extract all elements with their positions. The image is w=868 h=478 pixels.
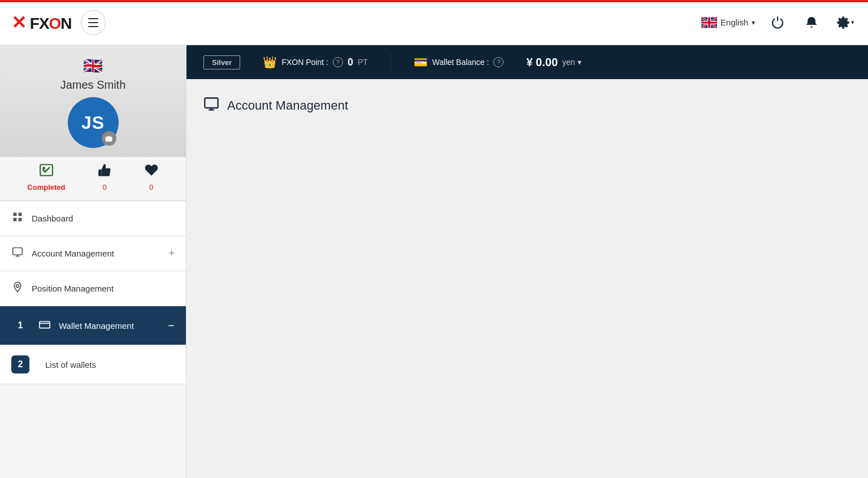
top-navbar: ✕ FXON English ▾	[0, 0, 868, 45]
dashboard-icon	[11, 211, 24, 225]
info-bar-divider-1	[390, 54, 391, 71]
wallet-balance-label: Wallet Balance :	[432, 58, 489, 67]
user-name: James Smith	[60, 79, 126, 92]
account-management-label: Account Management	[32, 249, 160, 258]
stat-favorites: 0	[144, 163, 159, 192]
logo: ✕ FXON	[11, 12, 72, 33]
wallet-balance-item: 💳 Wallet Balance : ?	[414, 55, 504, 69]
user-profile-area: 🇬🇧 James Smith JS	[0, 45, 186, 157]
wallet-icon: 💳	[414, 55, 428, 69]
settings-button[interactable]: ▾	[834, 11, 857, 34]
wallet-management-badge: 1	[11, 316, 29, 334]
uk-flag-icon	[701, 17, 717, 28]
stats-row: Completed 0 0	[0, 157, 186, 201]
avatar-container: JS	[68, 97, 119, 148]
svg-rect-10	[40, 321, 50, 328]
sidebar-item-list-of-wallets[interactable]: 2 List of wallets	[0, 345, 186, 384]
sidebar-item-account-management[interactable]: Account Management +	[0, 236, 186, 271]
balance-amount: ¥ 0.00	[526, 56, 558, 69]
power-button[interactable]	[766, 11, 789, 34]
svg-point-9	[16, 285, 19, 288]
svg-rect-7	[19, 218, 22, 221]
balance-currency: yen	[562, 58, 575, 67]
fxon-point-label: FXON Point :	[281, 58, 328, 67]
sidebar-item-dashboard[interactable]: Dashboard	[0, 201, 186, 236]
thumbs-up-icon	[97, 163, 112, 181]
tier-badge: Silver	[203, 55, 240, 69]
heart-icon	[144, 163, 159, 181]
language-label: English	[721, 18, 748, 27]
points-icon: 👑	[263, 55, 277, 69]
dashboard-label: Dashboard	[32, 214, 175, 223]
logo-area: ✕ FXON	[11, 10, 106, 35]
currency-selector[interactable]: ¥ 0.00 yen ▾	[526, 56, 581, 69]
svg-rect-6	[14, 218, 17, 221]
sidebar-nav: Dashboard Account Management +	[0, 201, 186, 478]
svg-rect-3	[42, 167, 45, 170]
nav-right: English ▾ ▾	[701, 11, 857, 34]
wallet-management-toggle[interactable]: −	[168, 319, 175, 332]
content-area: Silver 👑 FXON Point : ? 0 PT 💳 Wallet Ba…	[186, 45, 868, 478]
wallet-management-icon	[38, 319, 51, 333]
completed-label: Completed	[27, 183, 65, 192]
wallet-balance-help[interactable]: ?	[493, 57, 504, 67]
svg-rect-11	[205, 98, 218, 108]
position-management-label: Position Management	[32, 284, 175, 293]
points-unit: PT	[358, 58, 368, 67]
page-content: Account Management	[186, 79, 868, 478]
user-flag-icon: 🇬🇧	[83, 57, 103, 75]
currency-chevron: ▾	[578, 58, 581, 67]
notifications-button[interactable]	[800, 11, 823, 34]
info-bar: Silver 👑 FXON Point : ? 0 PT 💳 Wallet Ba…	[186, 45, 868, 79]
sidebar-item-wallet-management[interactable]: 1 Wallet Management −	[0, 306, 186, 345]
list-of-wallets-badge: 2	[11, 355, 29, 373]
page-title-icon	[203, 96, 219, 115]
account-management-toggle[interactable]: +	[168, 247, 175, 259]
verified-icon	[39, 163, 54, 181]
favorites-value: 0	[149, 183, 153, 192]
fxon-points-help[interactable]: ?	[333, 57, 343, 67]
sidebar-item-position-management[interactable]: Position Management	[0, 271, 186, 306]
list-of-wallets-label: List of wallets	[45, 360, 175, 370]
stat-completed: Completed	[27, 163, 65, 192]
account-management-icon	[11, 246, 24, 260]
fxon-points-item: 👑 FXON Point : ? 0 PT	[263, 55, 367, 69]
language-selector[interactable]: English ▾	[701, 17, 755, 28]
sidebar: 🇬🇧 James Smith JS	[0, 45, 186, 478]
points-value: 0	[348, 57, 353, 68]
position-management-icon	[11, 281, 24, 296]
wallet-management-label: Wallet Management	[59, 321, 160, 331]
camera-badge[interactable]	[102, 131, 116, 146]
language-chevron: ▾	[752, 19, 755, 27]
page-title: Account Management	[227, 98, 348, 113]
settings-chevron: ▾	[851, 19, 854, 26]
svg-rect-4	[14, 213, 17, 216]
svg-rect-8	[13, 248, 23, 255]
svg-rect-5	[19, 213, 22, 216]
page-title-row: Account Management	[203, 96, 851, 115]
likes-value: 0	[102, 183, 106, 192]
main-layout: 🇬🇧 James Smith JS	[0, 45, 868, 478]
stat-likes: 0	[97, 163, 112, 192]
hamburger-button[interactable]	[81, 10, 106, 35]
